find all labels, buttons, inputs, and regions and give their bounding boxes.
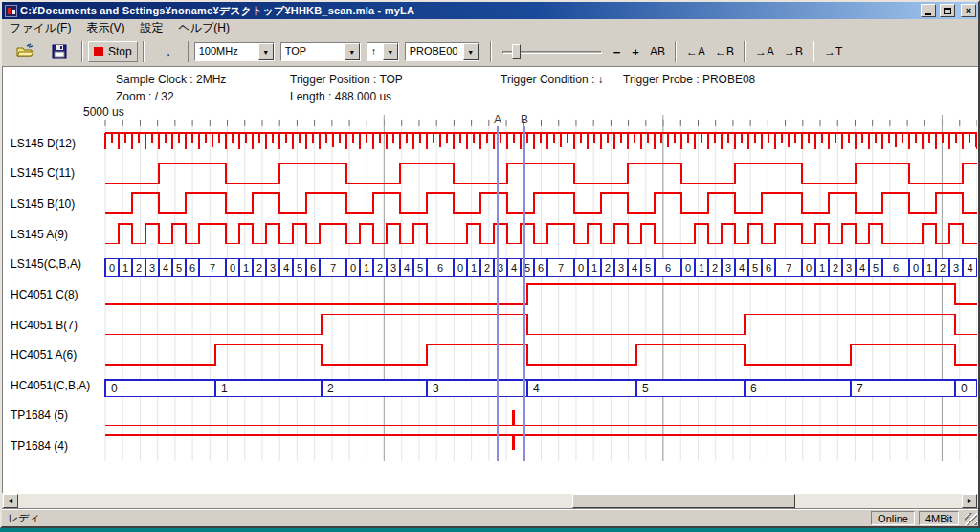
window-title: C:¥Documents and Settings¥noname¥デスクトップ¥…: [20, 4, 917, 18]
chevron-down-icon[interactable]: ▼: [258, 43, 274, 60]
goto-ab-button[interactable]: AB: [645, 41, 670, 62]
cursor-a-label: A: [494, 113, 501, 126]
trigger-edge-value: ↑: [368, 43, 383, 60]
bus-value: 0: [230, 262, 235, 274]
bus-value: 3: [618, 262, 624, 274]
waveform-plot: LS145 D(12)LS145 C(11)LS145 B(10)LS145 A…: [3, 67, 978, 493]
signal-label: LS145 A(9): [11, 228, 68, 241]
close-button[interactable]: ×: [961, 4, 976, 17]
bus-value: 3: [498, 262, 503, 274]
signal-label: LS145 C(11): [11, 166, 75, 180]
bus-value: 1: [699, 262, 704, 274]
signal-label: TP1684 (4): [11, 439, 68, 453]
scroll-right-button[interactable]: ►: [962, 494, 977, 508]
maximize-icon: [944, 8, 951, 14]
signal-row: HC4051(C,B,A)012345670: [11, 379, 977, 397]
zoom-slider[interactable]: [502, 41, 602, 62]
bus-value: 1: [926, 262, 932, 274]
bus-value: 4: [163, 262, 168, 274]
horizontal-scrollbar[interactable]: ◄ ►: [2, 493, 978, 508]
chevron-down-icon[interactable]: ▼: [463, 43, 479, 60]
app-window: C:¥Documents and Settings¥noname¥デスクトップ¥…: [0, 0, 980, 528]
trigger-edge-combo[interactable]: ↑ ▼: [367, 42, 399, 61]
bus-value: 3: [725, 262, 731, 274]
toolbar-separator: [490, 41, 492, 62]
cursor-a[interactable]: A: [494, 113, 501, 461]
signal-row: HC4051 C(8): [11, 284, 977, 304]
chevron-down-icon[interactable]: ▼: [345, 43, 360, 60]
single-run-button[interactable]: →: [149, 41, 183, 62]
toolbar: Stop → 100MHz ▼ TOP ▼ ↑ ▼ PROBE00 ▼ − + …: [2, 37, 978, 67]
minimize-icon: [925, 13, 931, 15]
toolbar-separator: [675, 41, 677, 62]
save-file-button[interactable]: [42, 41, 77, 62]
bus-value: 5: [873, 262, 879, 274]
menu-view[interactable]: 表示(V): [78, 19, 132, 37]
move-a-left-button[interactable]: ←A: [681, 41, 710, 62]
bus-value: 2: [605, 262, 611, 274]
signal-row: LS145 A(9): [11, 224, 977, 244]
save-floppy-icon: [50, 43, 69, 60]
bus-value: 7: [857, 382, 863, 395]
stop-button[interactable]: Stop: [88, 41, 138, 62]
bus-value: 4: [283, 262, 289, 274]
bus-value: 1: [819, 262, 825, 274]
move-a-right-button[interactable]: →A: [750, 41, 779, 62]
bus-value: 4: [739, 262, 745, 274]
bus-value: 5: [417, 262, 423, 274]
bus-cell: [427, 380, 527, 397]
menu-settings[interactable]: 設定: [132, 19, 170, 37]
menu-file[interactable]: ファイル(F): [2, 19, 78, 37]
signal-row: LS145 B(10): [11, 193, 977, 213]
signal-row: LS145 D(12): [11, 133, 977, 150]
minimize-button[interactable]: [921, 4, 936, 17]
bus-value: 5: [297, 262, 302, 274]
bus-cell: [215, 380, 322, 397]
bus-value: 6: [437, 262, 443, 274]
signal-label: TP1684 (5): [11, 409, 68, 422]
bus-value: 4: [533, 382, 540, 395]
chevron-down-icon[interactable]: ▼: [383, 43, 398, 60]
bus-value: 3: [390, 262, 396, 274]
bus-value: 1: [591, 262, 597, 274]
bus-value: 2: [377, 262, 383, 274]
scrollbar-thumb[interactable]: [572, 494, 795, 508]
move-b-left-button[interactable]: ←B: [710, 41, 739, 62]
status-memory-badge: 4MBit: [919, 511, 959, 525]
bus-value: 1: [243, 262, 249, 274]
slider-handle[interactable]: [512, 44, 521, 59]
close-icon: ×: [966, 6, 971, 15]
resize-grip-icon[interactable]: [965, 513, 977, 525]
grid: [105, 115, 977, 461]
bus-value: 2: [484, 262, 490, 274]
bus-value: 7: [558, 262, 564, 274]
maximize-button[interactable]: [940, 4, 955, 17]
trigger-position-value: TOP: [281, 43, 345, 60]
app-icon: [5, 5, 17, 17]
goto-trigger-button[interactable]: →T: [819, 41, 847, 62]
move-b-right-button[interactable]: →B: [779, 41, 808, 62]
scroll-left-button[interactable]: ◄: [3, 494, 18, 508]
zoom-in-button[interactable]: +: [626, 41, 645, 62]
zoom-out-button[interactable]: −: [608, 41, 627, 62]
bus-value: 2: [833, 262, 838, 274]
bus-value: 0: [961, 382, 968, 395]
signal-label: HC4051 C(8): [11, 288, 78, 301]
trigger-position-combo[interactable]: TOP ▼: [280, 42, 361, 61]
bus-value: 5: [176, 262, 182, 274]
sample-rate-combo[interactable]: 100MHz ▼: [194, 42, 275, 61]
bus-value: 0: [685, 262, 691, 274]
stop-label: Stop: [108, 45, 132, 58]
bus-value: 0: [913, 262, 919, 274]
bus-value: 4: [511, 262, 517, 274]
titlebar[interactable]: C:¥Documents and Settings¥noname¥デスクトップ¥…: [2, 2, 978, 19]
signal-label: LS145 D(12): [11, 137, 76, 150]
menu-help[interactable]: ヘルプ(H): [170, 19, 237, 37]
menubar: ファイル(F) 表示(V) 設定 ヘルプ(H): [2, 19, 978, 37]
bus-value: 6: [538, 262, 544, 274]
trigger-probe-combo[interactable]: PROBE00 ▼: [405, 42, 479, 61]
open-file-button[interactable]: [8, 41, 42, 62]
bus-value: 5: [524, 262, 530, 274]
waveform-panel: Sample Clock : 2MHz Trigger Position : T…: [2, 67, 978, 493]
bus-cell: [527, 380, 636, 397]
